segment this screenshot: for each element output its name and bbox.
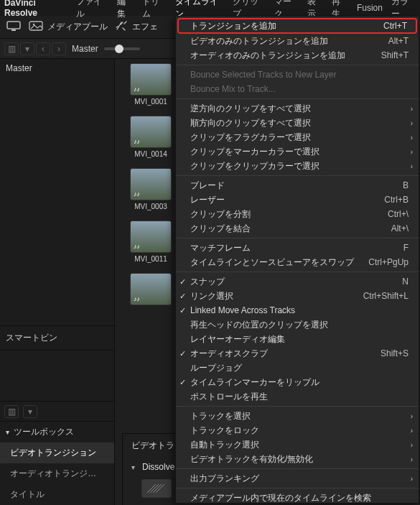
- menu-blade[interactable]: ブレードB: [176, 178, 419, 193]
- menu-shortcut: Ctrl+Shift+L: [355, 291, 409, 301]
- thumb-label: MVI_0001: [134, 98, 167, 106]
- menu-snap[interactable]: ✓スナップN: [176, 274, 419, 289]
- menu-swap-viewer[interactable]: タイムラインとソースビューアをスワップCtrl+PgUp: [176, 255, 419, 269]
- bin-master[interactable]: Master: [0, 59, 114, 78]
- svg-rect-0: [7, 22, 20, 29]
- menu-razor[interactable]: レーザーCtrl+B: [176, 193, 419, 207]
- monitor-icon[interactable]: [6, 20, 22, 34]
- menu-label: レーザー: [190, 194, 375, 206]
- check-icon: ✓: [179, 292, 186, 301]
- check-icon: ✓: [179, 277, 186, 287]
- clip-thumb[interactable]: MVI_0003: [122, 168, 179, 210]
- dropdown-icon[interactable]: ▾: [20, 42, 34, 55]
- menu-trim[interactable]: トリム: [142, 0, 167, 20]
- menu-bounce-mix: Bounce Mix to Track...: [176, 82, 419, 96]
- menu-audio-scrub[interactable]: ✓オーディオスクラブShift+S: [176, 346, 419, 361]
- menu-select-forward[interactable]: 順方向のクリップをすべて選択›: [176, 116, 419, 130]
- bottom-bar: ▥ ▾: [0, 401, 114, 421]
- clip-thumb[interactable]: MVI_0014: [122, 116, 179, 158]
- menu-select-backward[interactable]: 逆方向のクリップをすべて選択›: [176, 101, 419, 116]
- smart-bin-header[interactable]: スマートビン: [0, 325, 114, 351]
- menu-linked-selection[interactable]: ✓リンク選択Ctrl+Shift+L: [176, 289, 419, 303]
- menu-label: 順方向のクリップをすべて選択: [190, 117, 409, 129]
- thumb-label: MVI_0011: [134, 255, 167, 263]
- thumb-label: MVI_0014: [134, 150, 167, 158]
- menu-output-blanking[interactable]: 出力ブランキング›: [176, 471, 419, 486]
- toolbox-audio-transition[interactable]: オーディオトランジ…: [0, 463, 114, 484]
- menu-auto-track-select[interactable]: 自動トラック選択›: [176, 437, 419, 452]
- menu-split-clip[interactable]: クリップを分割Ctrl+\: [176, 207, 419, 221]
- menu-select-flag-color[interactable]: クリップをフラグカラーで選択›: [176, 130, 419, 144]
- clip-thumb[interactable]: MVI_0001: [122, 63, 179, 106]
- menu-select-clip-color[interactable]: クリップをクリップカラーで選択›: [176, 159, 419, 173]
- menu-ripple-markers[interactable]: ✓タイムラインマーカーをリップル: [176, 375, 419, 389]
- transition-swatch-icon[interactable]: [141, 479, 172, 498]
- menu-shortcut: N: [393, 277, 409, 287]
- clip-thumb[interactable]: [122, 273, 179, 305]
- menu-add-audio-transition[interactable]: オーディオのみのトランジションを追加Shift+T: [176, 48, 419, 62]
- menu-enable-video-track[interactable]: ビデオトラックを有効化/無効化›: [176, 452, 419, 466]
- timeline-menu: トランジションを追加 Ctrl+T ビデオのみのトランジションを追加Alt+T …: [175, 16, 419, 504]
- menu-add-video-transition[interactable]: ビデオのみのトランジションを追加Alt+T: [176, 34, 419, 48]
- menu-add-transition[interactable]: トランジションを追加 Ctrl+T: [177, 18, 417, 34]
- chevron-down-icon: ▾: [131, 463, 135, 471]
- menu-label: スナップ: [190, 276, 393, 288]
- menu-shortcut: Ctrl+T: [383, 21, 407, 31]
- layout-icon[interactable]: ▥: [4, 42, 19, 55]
- toolbox-panel: ▾ ツールボックス ビデオトランジション オーディオトランジ… タイトル: [0, 421, 114, 505]
- menu-play-postroll[interactable]: ポストロールを再生: [176, 389, 419, 404]
- thumb-image: [130, 221, 172, 253]
- clip-thumb[interactable]: MVI_0011: [122, 221, 179, 263]
- app-name: DaVinci Resolve: [4, 0, 67, 18]
- breadcrumb-master[interactable]: Master: [72, 44, 98, 54]
- svg-rect-1: [11, 29, 16, 31]
- menu-label: オーディオのみのトランジションを追加: [190, 50, 373, 62]
- toolbox-header-label: ツールボックス: [14, 426, 74, 438]
- transition-group-dissolve[interactable]: Dissolve: [142, 462, 174, 472]
- menu-find-timeline[interactable]: メディアプール内で現在のタイムラインを検索: [176, 491, 419, 505]
- check-icon: ✓: [179, 306, 186, 315]
- menu-shortcut: Alt+T: [380, 36, 409, 46]
- chevron-down-icon: ▾: [6, 428, 9, 436]
- chevron-right-icon: ›: [411, 455, 413, 463]
- menu-label: トラックを選択: [190, 410, 409, 422]
- menu-fusion[interactable]: Fusion: [357, 3, 383, 13]
- toolbox-header[interactable]: ▾ ツールボックス: [0, 422, 114, 443]
- effects-button[interactable]: エフェ: [115, 20, 158, 34]
- menu-loop-jog[interactable]: ループジョグ: [176, 361, 419, 375]
- dropdown2-icon[interactable]: ▾: [23, 405, 37, 418]
- menu-lock-track[interactable]: トラックをロック›: [176, 423, 419, 437]
- menu-layered-audio[interactable]: レイヤーオーディオ編集: [176, 332, 419, 346]
- next-button[interactable]: ›: [52, 42, 66, 55]
- slider-handle[interactable]: [115, 45, 123, 53]
- check-icon: ✓: [179, 349, 186, 358]
- toolbox-video-transition[interactable]: ビデオトランジション: [0, 443, 114, 463]
- menu-select-at-playhead[interactable]: 再生ヘッドの位置のクリップを選択: [176, 318, 419, 332]
- menu-label: オーディオスクラブ: [190, 348, 372, 360]
- chevron-right-icon: ›: [411, 427, 413, 435]
- thumbnail-size-slider[interactable]: [104, 47, 140, 50]
- layout2-icon[interactable]: ▥: [4, 405, 19, 418]
- menu-label: クリップをマーカーカラーで選択: [190, 146, 409, 158]
- menu-edit[interactable]: 編集: [117, 0, 134, 20]
- media-pool-icon: [29, 21, 43, 33]
- menu-select-marker-color[interactable]: クリップをマーカーカラーで選択›: [176, 144, 419, 159]
- menu-linked-move[interactable]: ✓Linked Move Across Tracks: [176, 303, 419, 318]
- menu-label: リンク選択: [190, 290, 355, 302]
- menu-label: 再生ヘッドの位置のクリップを選択: [190, 319, 409, 331]
- menu-label: ループジョグ: [190, 362, 409, 374]
- media-pool-button[interactable]: メディアプール: [29, 21, 108, 33]
- toolbox-title[interactable]: タイトル: [0, 484, 114, 505]
- menu-join-clips[interactable]: クリップを結合Alt+\: [176, 221, 419, 236]
- menu-match-frame[interactable]: マッチフレームF: [176, 241, 419, 255]
- prev-button[interactable]: ‹: [36, 42, 50, 55]
- menu-file[interactable]: ファイル: [76, 0, 108, 20]
- check-icon: ✓: [179, 378, 186, 387]
- menu-shortcut: B: [394, 180, 409, 190]
- effects-icon: [115, 20, 128, 34]
- menu-bounce-tracks: Bounce Selected Tracks to New Layer: [176, 68, 419, 82]
- menu-select-track[interactable]: トラックを選択›: [176, 409, 419, 423]
- menu-label: 出力ブランキング: [190, 473, 409, 485]
- menu-shortcut: Alt+\: [383, 223, 409, 233]
- menu-label: ポストロールを再生: [190, 391, 409, 403]
